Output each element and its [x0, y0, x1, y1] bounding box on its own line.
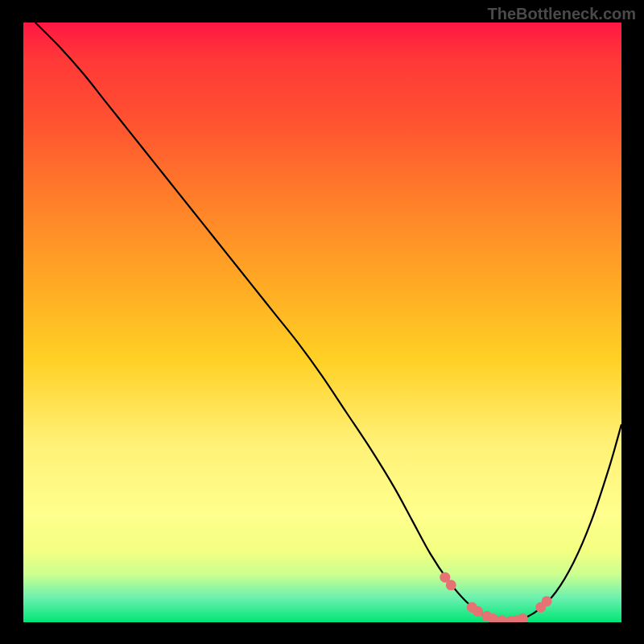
highlight-dots — [440, 572, 551, 622]
chart-markers-layer — [23, 23, 621, 622]
chart-plot-area — [23, 23, 621, 622]
watermark-text: TheBottleneck.com — [488, 5, 636, 23]
marker-dot — [473, 606, 483, 617]
marker-dot — [518, 613, 528, 622]
marker-dot — [446, 580, 456, 590]
marker-dot — [542, 596, 552, 606]
marker-dot — [497, 615, 507, 622]
